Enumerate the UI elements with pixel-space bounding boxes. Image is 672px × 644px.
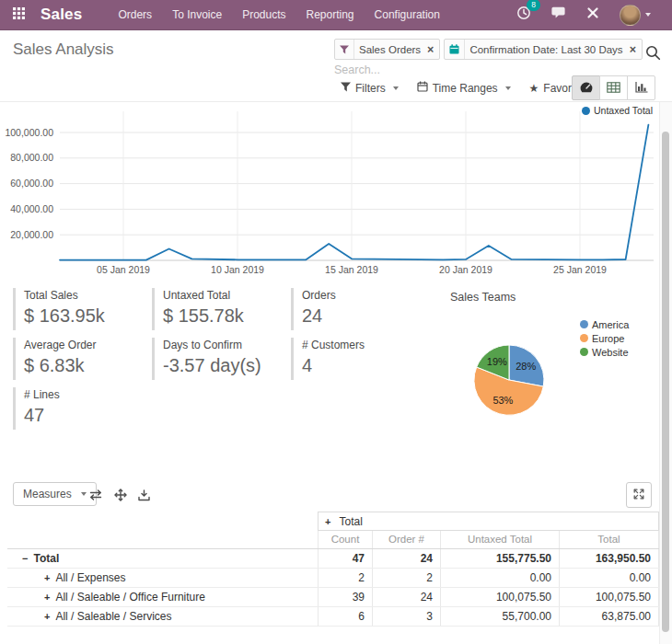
legend-label: Website xyxy=(592,347,629,358)
legend-label: America xyxy=(592,319,629,330)
svg-text:10 Jan 2019: 10 Jan 2019 xyxy=(211,264,264,275)
time-ranges-dropdown-button[interactable]: Time Ranges xyxy=(408,76,520,99)
kpi-label: Days to Confirm xyxy=(163,339,281,351)
expand-icon[interactable]: + xyxy=(44,607,50,626)
svg-text:40,000.00: 40,000.00 xyxy=(10,203,53,214)
svg-text:53%: 53% xyxy=(492,395,513,406)
group-header-label: Total xyxy=(340,515,363,528)
menu-item-to-invoice[interactable]: To Invoice xyxy=(162,0,232,30)
dashboard-view-button[interactable] xyxy=(572,75,600,100)
svg-text:15 Jan 2019: 15 Jan 2019 xyxy=(325,264,378,275)
kpi-lines[interactable]: # Lines 47 xyxy=(13,387,142,430)
svg-text:20 Jan 2019: 20 Jan 2019 xyxy=(439,264,492,275)
menu-item-reporting[interactable]: Reporting xyxy=(296,0,365,30)
kpi-label: Untaxed Total xyxy=(163,289,281,302)
filters-dropdown-button[interactable]: Filters xyxy=(331,77,408,99)
svg-text:100,000.00: 100,000.00 xyxy=(5,127,53,138)
pivot-row-label-total[interactable]: − Total xyxy=(7,549,318,568)
activity-menu-button[interactable]: 8 xyxy=(506,6,541,24)
scrollbar-track[interactable] xyxy=(659,102,672,644)
svg-text:60,000.00: 60,000.00 xyxy=(10,178,53,189)
pivot-toolbar: Measures xyxy=(13,482,659,508)
expand-table-button[interactable] xyxy=(626,482,652,508)
pivot-row-header-spacer xyxy=(7,531,318,548)
kpi-untaxed-total[interactable]: Untaxed Total $ 155.78k xyxy=(152,288,281,330)
facet-remove-icon[interactable]: × xyxy=(425,43,439,56)
cell-untaxed-total: 0.00 xyxy=(441,569,560,587)
menu-item-products[interactable]: Products xyxy=(232,0,295,30)
cell-untaxed-total: 55,700.00 xyxy=(441,607,560,626)
chevron-down-icon xyxy=(645,13,651,17)
pivot-view-button[interactable] xyxy=(599,75,628,100)
control-panel: Sales Analysis Sales Orders × xyxy=(0,30,672,102)
kpi-customers[interactable]: # Customers 4 xyxy=(291,338,420,380)
measures-dropdown-button[interactable]: Measures xyxy=(13,482,97,506)
svg-text:25 Jan 2019: 25 Jan 2019 xyxy=(553,264,607,275)
kpi-days-to-confirm[interactable]: Days to Confirm -3.57 day(s) xyxy=(152,338,281,380)
table-row: + All / Expenses 2 2 0.00 0.00 xyxy=(7,569,659,588)
search-icon[interactable] xyxy=(645,45,661,64)
untaxed-total-line-chart: 20,000.0040,000.0060,000.0080,000.00100,… xyxy=(0,102,672,279)
pivot-col-header-count[interactable]: Count xyxy=(318,531,373,548)
messages-menu-button[interactable] xyxy=(541,6,576,23)
cell-count: 47 xyxy=(318,549,373,568)
cell-count: 39 xyxy=(318,588,373,606)
svg-text:28%: 28% xyxy=(516,361,536,372)
table-grid-icon xyxy=(607,80,620,97)
expand-all-icon[interactable] xyxy=(114,489,127,501)
pivot-corner-spacer xyxy=(7,512,318,531)
kpi-value: 24 xyxy=(302,305,420,327)
kpi-value: $ 6.83k xyxy=(24,355,142,376)
kpi-average-order[interactable]: Average Order $ 6.83k xyxy=(13,338,142,380)
expand-icon[interactable]: + xyxy=(325,516,330,527)
apps-menu-button[interactable] xyxy=(0,0,37,30)
legend-dot xyxy=(580,320,588,328)
chevron-down-icon xyxy=(81,492,87,496)
kpi-orders[interactable]: Orders 24 xyxy=(291,288,420,330)
scrollbar-thumb[interactable] xyxy=(662,132,669,632)
kpi-label: Total Sales xyxy=(24,289,142,302)
row-label: All / Expenses xyxy=(55,569,125,587)
kpi-total-sales[interactable]: Total Sales $ 163.95k xyxy=(13,288,142,330)
cell-count: 6 xyxy=(318,607,373,626)
legend-dot xyxy=(582,107,590,115)
pivot-column-group-total[interactable]: + Total xyxy=(318,512,659,531)
facet-remove-icon[interactable]: × xyxy=(628,43,642,56)
expand-icon[interactable]: + xyxy=(44,569,50,587)
expand-icon[interactable]: + xyxy=(44,588,50,606)
view-switcher xyxy=(573,75,655,100)
cell-total: 100,075.50 xyxy=(560,588,659,606)
filter-icon xyxy=(341,82,351,95)
main-menu: Orders To Invoice Products Reporting Con… xyxy=(108,0,450,30)
user-menu-button[interactable] xyxy=(609,5,661,26)
svg-text:80,000.00: 80,000.00 xyxy=(10,152,53,163)
table-row: + All / Saleable / Office Furniture 39 2… xyxy=(7,588,659,607)
svg-text:20,000.00: 20,000.00 xyxy=(10,229,53,240)
cell-untaxed-total: 155,775.50 xyxy=(441,549,560,568)
pivot-col-header-untaxed-total[interactable]: Untaxed Total xyxy=(441,531,560,548)
row-label: All / Saleable / Services xyxy=(55,607,171,626)
legend-item-america: America xyxy=(580,317,629,331)
chat-icon xyxy=(551,6,566,23)
top-navbar: Sales Orders To Invoice Products Reporti… xyxy=(0,0,672,30)
graph-view-button[interactable] xyxy=(627,75,655,100)
sales-dashboard-screen: Sales Orders To Invoice Products Reporti… xyxy=(0,0,672,644)
pivot-row-label-office-furniture[interactable]: + All / Saleable / Office Furniture xyxy=(7,588,318,606)
cell-total: 163,950.50 xyxy=(560,549,659,568)
pivot-table: + Total Count Order # Untaxed Total Tota… xyxy=(7,512,659,627)
pivot-row-label-services[interactable]: + All / Saleable / Services xyxy=(7,607,318,626)
pivot-col-header-order[interactable]: Order # xyxy=(373,531,441,548)
button-label: Measures xyxy=(23,488,72,500)
facet-sales-orders: Sales Orders × xyxy=(334,39,440,60)
flip-axes-icon[interactable] xyxy=(88,489,103,500)
menu-item-orders[interactable]: Orders xyxy=(108,0,162,30)
developer-tools-button[interactable] xyxy=(576,6,609,23)
search-area: Sales Orders × Confirmation Date: Last 3… xyxy=(334,39,658,78)
app-brand[interactable]: Sales xyxy=(41,6,82,24)
button-label: Time Ranges xyxy=(433,82,498,95)
pivot-col-header-total[interactable]: Total xyxy=(560,531,659,548)
menu-item-configuration[interactable]: Configuration xyxy=(365,0,450,30)
collapse-icon[interactable]: − xyxy=(22,549,28,568)
pivot-row-label-expenses[interactable]: + All / Expenses xyxy=(7,569,318,587)
download-icon[interactable] xyxy=(138,489,150,501)
